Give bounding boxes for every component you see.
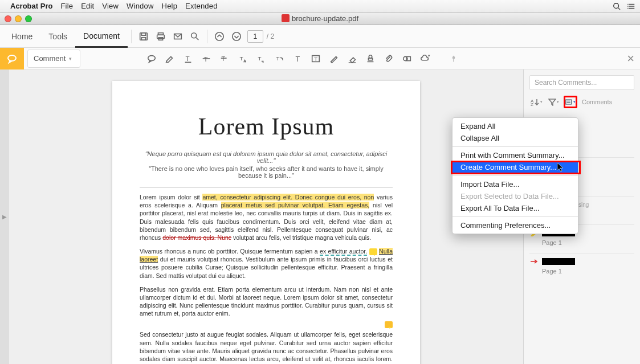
menu-window[interactable]: Window <box>127 2 153 10</box>
replace-text-tool-icon[interactable]: T <box>216 50 233 67</box>
text-callout-tool-icon[interactable]: T <box>271 50 288 67</box>
left-nav-gutter[interactable]: ▶ <box>0 69 9 364</box>
primary-toolbar: Home Tools Document 1 / 2 <box>0 25 640 48</box>
chevron-down-icon: ▾ <box>69 56 72 62</box>
mac-menubar: Acrobat Pro File Edit View Window Help E… <box>0 0 640 13</box>
menu-import-data[interactable]: Import Data File... <box>453 178 578 190</box>
paragraph-3: Phasellus non gravida erat. Etiam porta … <box>140 285 393 318</box>
menu-export-selected: Export Selected to Data File... <box>453 190 578 202</box>
spotlight-icon[interactable] <box>613 2 621 10</box>
nav-document[interactable]: Document <box>75 25 128 48</box>
page-number-input[interactable]: 1 <box>247 30 263 43</box>
comment-options-icon[interactable]: ▾ <box>564 96 577 108</box>
menu-help[interactable]: Help <box>162 2 178 10</box>
comment-panel-toggle[interactable] <box>0 48 24 69</box>
highlight-tool-icon[interactable] <box>161 50 178 67</box>
eraser-tool-icon[interactable] <box>344 50 361 67</box>
pdf-file-icon <box>282 14 290 22</box>
paragraph-1: Lorem ipsum dolor sit amet, consectetur … <box>140 193 393 242</box>
svg-text:▾: ▾ <box>428 54 430 58</box>
svg-point-7 <box>627 7 628 9</box>
arrow-icon <box>529 257 539 265</box>
page-title: Lorem Ipsum <box>140 113 393 140</box>
comment-options-menu: Expand All Collapse All Print with Comme… <box>452 117 578 234</box>
stamp-tool-icon[interactable] <box>362 50 379 67</box>
paragraph-2: Vivamus rhoncus a nunc ob porttitor. Qui… <box>140 247 393 280</box>
svg-text:T: T <box>258 55 262 61</box>
svg-point-17 <box>215 32 223 40</box>
menubar-list-icon[interactable] <box>627 2 635 10</box>
svg-rect-45 <box>566 100 572 104</box>
svg-point-19 <box>8 55 16 61</box>
svg-line-1 <box>618 7 621 10</box>
menu-create-summary[interactable]: Create Comment Summary... <box>453 161 578 173</box>
comment-page-label: Page 1 <box>529 267 634 279</box>
add-text-tool-icon[interactable]: T <box>289 50 306 67</box>
insert-text-tool-icon[interactable]: T <box>234 50 251 67</box>
page-subtitle-2: "There is no one who loves pain itself, … <box>140 165 393 179</box>
svg-point-5 <box>627 3 628 5</box>
highlight-annotation[interactable]: placerat metus sed pulvinar volutpat. Et… <box>221 202 370 208</box>
strikethrough-annotation[interactable]: dolor maximus quis. Nunc <box>162 234 231 241</box>
menu-view[interactable]: View <box>102 2 119 10</box>
mail-icon[interactable] <box>169 28 186 45</box>
save-icon[interactable] <box>135 28 152 45</box>
traffic-lights[interactable] <box>5 15 32 22</box>
shapes-tool-icon[interactable] <box>398 50 415 67</box>
nav-tools[interactable]: Tools <box>40 25 75 48</box>
sort-icon[interactable]: AZ▾ <box>529 96 543 108</box>
text-correction-tool-icon[interactable]: T <box>252 50 270 67</box>
svg-line-16 <box>196 37 199 40</box>
sticky-note-icon[interactable] <box>369 248 377 255</box>
svg-text:T: T <box>276 55 280 61</box>
strikethrough-tool-icon[interactable]: T <box>198 50 215 67</box>
text-box-tool-icon[interactable]: T <box>307 50 324 67</box>
pin-icon[interactable] <box>445 50 462 67</box>
page-up-icon[interactable] <box>211 28 228 45</box>
comment-page-label: Page 1 <box>529 239 634 251</box>
svg-text:T: T <box>240 55 243 61</box>
annotation-tool-row: T T T T T T T T ▾ <box>143 50 462 67</box>
paragraph-4: Sed consectetur justo at augue feugiat s… <box>140 330 393 364</box>
document-viewport[interactable]: Lorem Ipsum "Neque porro quisquam est qu… <box>9 69 523 364</box>
comment-toolbar: Comment▾ T T T T T T T T ▾ × <box>0 48 640 69</box>
menu-print-summary[interactable]: Print with Comment Summary... <box>453 149 578 161</box>
nav-home[interactable]: Home <box>3 25 40 48</box>
search-icon[interactable] <box>186 28 203 45</box>
comment-list-item[interactable] <box>529 256 634 267</box>
highlight-annotation[interactable]: amet, consectetur adipiscing elit. Donec… <box>202 194 374 201</box>
svg-point-15 <box>191 32 197 38</box>
filter-icon[interactable]: ▾ <box>547 96 560 108</box>
sticky-note-tool-icon[interactable] <box>143 50 160 67</box>
pencil-tool-icon[interactable] <box>325 50 343 67</box>
print-icon[interactable] <box>152 28 169 45</box>
menu-collapse-all[interactable]: Collapse All <box>453 132 578 144</box>
menu-export-all[interactable]: Export All To Data File... <box>453 202 578 214</box>
comment-dropdown-label: Comment <box>34 54 66 63</box>
menu-edit[interactable]: Edit <box>81 2 94 10</box>
menu-file[interactable]: File <box>60 2 73 10</box>
cloud-tool-icon[interactable]: ▾ <box>417 50 434 67</box>
svg-rect-10 <box>141 37 145 40</box>
svg-point-6 <box>627 6 628 7</box>
redacted-text <box>542 258 575 265</box>
search-comments-input[interactable]: Search Comments... <box>529 75 634 90</box>
sticky-note-icon[interactable] <box>385 321 393 328</box>
menu-expand-all[interactable]: Expand All <box>453 120 578 132</box>
svg-text:T: T <box>296 55 300 63</box>
window-titlebar: brochure-update.pdf <box>0 13 640 25</box>
menu-commenting-prefs[interactable]: Commenting Preferences... <box>453 219 578 231</box>
svg-text:Z: Z <box>531 102 533 106</box>
expand-left-icon[interactable]: ▶ <box>2 214 7 220</box>
close-panel-icon[interactable]: × <box>627 51 634 66</box>
svg-rect-12 <box>157 35 165 38</box>
menu-extended[interactable]: Extended <box>185 2 218 10</box>
page-down-icon[interactable] <box>228 28 245 45</box>
menubar-app[interactable]: Acrobat Pro <box>10 2 52 10</box>
attach-tool-icon[interactable] <box>380 50 397 67</box>
comment-dropdown[interactable]: Comment▾ <box>27 50 80 68</box>
underline-tool-icon[interactable]: T <box>180 50 197 67</box>
svg-rect-8 <box>140 32 148 40</box>
squiggly-annotation[interactable]: ex efficitur auctor. <box>320 248 367 256</box>
svg-text:T: T <box>186 54 190 62</box>
